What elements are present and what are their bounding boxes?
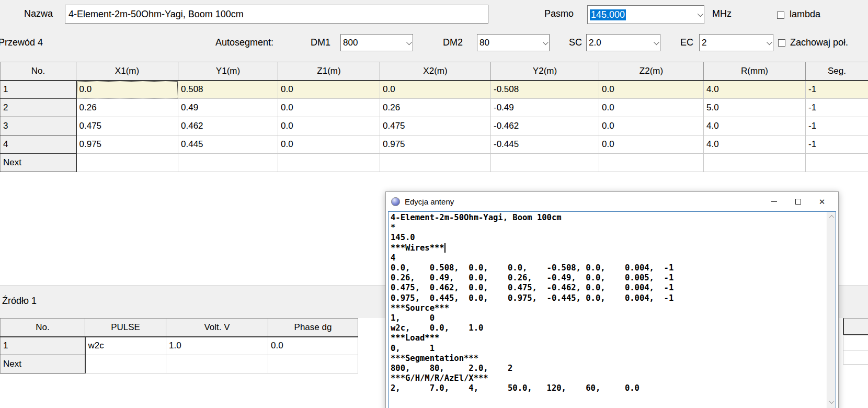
grid-cell[interactable]: 0.49 <box>178 99 278 117</box>
row-header[interactable]: 4 <box>1 135 76 154</box>
grid-cell[interactable] <box>806 154 868 172</box>
grid-cell[interactable]: 0.0 <box>599 117 704 135</box>
grid-cell[interactable] <box>178 154 278 172</box>
lambda-checkbox[interactable] <box>777 12 784 19</box>
grid-cell[interactable]: 0.0 <box>380 81 491 99</box>
grid-cell[interactable]: 0.0 <box>278 117 380 135</box>
grid-cell[interactable]: 0.0 <box>278 135 380 154</box>
antenna-definition-editbox[interactable]: 4-Element-2m-50Ohm-Yagi, Boom 100cm * 14… <box>388 211 836 408</box>
grid-cell[interactable]: 0.508 <box>178 81 278 99</box>
vertical-scrollbar[interactable] <box>827 212 836 408</box>
maximize-button[interactable] <box>786 192 810 211</box>
przewod-label: Przewód 4 <box>0 37 43 48</box>
grid-cell[interactable]: -0.49 <box>491 99 599 117</box>
grid-cell[interactable] <box>704 154 806 172</box>
grid-cell[interactable]: 0.26 <box>380 99 491 117</box>
grid-cell[interactable]: 1.0 <box>166 337 268 355</box>
scroll-up-button[interactable] <box>827 212 836 221</box>
source-section-title: Źródło 1 <box>2 296 37 307</box>
chevron-down-icon[interactable] <box>406 39 412 44</box>
grid-cell[interactable]: 0.975 <box>76 135 178 154</box>
table-row: 1 w2c 1.0 0.0 <box>1 337 358 355</box>
antenna-editor-screen: Nazwa 4-Element-2m-50Ohm-Yagi, Boom 100c… <box>0 0 868 408</box>
zachowaj-checkbox[interactable] <box>778 39 785 47</box>
grid-cell[interactable]: 0.0 <box>278 99 380 117</box>
chevron-down-icon[interactable] <box>654 39 659 44</box>
grid-cell[interactable]: 0.462 <box>178 117 278 135</box>
grid-cell[interactable]: w2c <box>85 337 166 355</box>
grid-cell[interactable]: 4.0 <box>704 135 806 154</box>
col-header: Z1(m) <box>278 62 380 81</box>
grid-cell[interactable]: 0.0 <box>278 81 380 99</box>
row-header[interactable]: Next <box>1 355 85 373</box>
dm2-combobox[interactable]: 80 <box>477 34 550 51</box>
col-header: Z2(m) <box>599 62 704 81</box>
sc-combobox[interactable]: 2.0 <box>586 34 660 51</box>
grid-cell[interactable]: -0.445 <box>491 135 599 154</box>
grid-cell[interactable]: -0.462 <box>491 117 599 135</box>
minimize-button[interactable] <box>762 192 786 211</box>
grid-cell[interactable]: 0.26 <box>76 99 178 117</box>
grid-cell[interactable] <box>85 355 166 373</box>
antenna-name-input[interactable]: 4-Element-2m-50Ohm-Yagi, Boom 100cm <box>65 5 488 24</box>
band-combobox[interactable]: 145.000 <box>587 5 704 24</box>
chevron-down-icon[interactable] <box>767 39 772 44</box>
grid-cell[interactable] <box>268 355 358 373</box>
col-header: PULSE <box>85 319 166 337</box>
col-header: R(mm) <box>704 62 806 81</box>
grid-cell[interactable]: 4.0 <box>704 117 806 135</box>
window-title: Edycja anteny <box>405 197 762 206</box>
autosegment-label: Autosegment: <box>215 37 273 48</box>
background-table-row-fragment <box>843 350 868 365</box>
antenna-name-value: 4-Element-2m-50Ohm-Yagi, Boom 100cm <box>68 9 244 20</box>
maximize-icon <box>795 199 801 205</box>
row-header[interactable]: 1 <box>1 81 76 99</box>
source-table: No. PULSE Volt. V Phase dg 1 w2c 1.0 0.0… <box>0 318 358 373</box>
dm2-value: 80 <box>479 38 543 48</box>
grid-cell[interactable]: -1 <box>806 99 868 117</box>
grid-cell[interactable]: 4.0 <box>704 81 806 99</box>
background-table-row-fragment <box>843 336 868 350</box>
col-header: Volt. V <box>166 319 268 337</box>
grid-cell[interactable]: -0.508 <box>491 81 599 99</box>
grid-cell[interactable]: 0.0 <box>268 337 358 355</box>
grid-cell[interactable] <box>599 154 704 172</box>
grid-cell[interactable] <box>380 154 491 172</box>
col-header: X2(m) <box>380 62 491 81</box>
grid-cell[interactable]: 0.475 <box>76 117 178 135</box>
grid-cell[interactable]: -1 <box>806 135 868 154</box>
lambda-label[interactable]: lambda <box>790 9 820 20</box>
row-header[interactable]: 1 <box>1 337 85 355</box>
close-button[interactable]: ✕ <box>810 192 834 211</box>
row-header[interactable]: Next <box>1 154 76 172</box>
grid-cell[interactable]: -1 <box>806 81 868 99</box>
grid-cell[interactable] <box>491 154 599 172</box>
grid-cell[interactable]: 5.0 <box>704 99 806 117</box>
table-row: 3 0.475 0.462 0.0 0.475 -0.462 0.0 4.0 -… <box>1 117 868 135</box>
scroll-down-button[interactable] <box>827 398 836 406</box>
grid-cell[interactable] <box>278 154 380 172</box>
grid-cell[interactable]: 0.475 <box>380 117 491 135</box>
chevron-down-icon[interactable] <box>698 11 703 17</box>
chevron-down-icon[interactable] <box>543 39 549 44</box>
grid-cell[interactable]: 0.975 <box>380 135 491 154</box>
scroll-down-icon <box>829 399 835 404</box>
dm1-combobox[interactable]: 800 <box>340 34 413 51</box>
ec-combobox[interactable]: 2 <box>699 34 773 51</box>
grid-cell[interactable]: 0.0 <box>76 81 178 99</box>
row-header[interactable]: 2 <box>1 99 76 117</box>
antenna-definition-text[interactable]: 4-Element-2m-50Ohm-Yagi, Boom 100cm * 14… <box>389 212 836 395</box>
zachowaj-label[interactable]: Zachowaj poł. <box>790 37 848 48</box>
grid-cell[interactable]: 0.0 <box>599 81 704 99</box>
grid-cell[interactable]: 0.0 <box>599 99 704 117</box>
col-header: No. <box>1 319 85 337</box>
source-header-row: No. PULSE Volt. V Phase dg <box>1 319 358 337</box>
grid-cell[interactable] <box>76 154 178 172</box>
grid-cell[interactable]: -1 <box>806 117 868 135</box>
window-titlebar[interactable]: Edycja anteny ✕ <box>386 192 838 211</box>
table-row-next: Next <box>1 355 358 373</box>
grid-cell[interactable] <box>166 355 268 373</box>
row-header[interactable]: 3 <box>1 117 76 135</box>
grid-cell[interactable]: 0.445 <box>178 135 278 154</box>
grid-cell[interactable]: 0.0 <box>599 135 704 154</box>
